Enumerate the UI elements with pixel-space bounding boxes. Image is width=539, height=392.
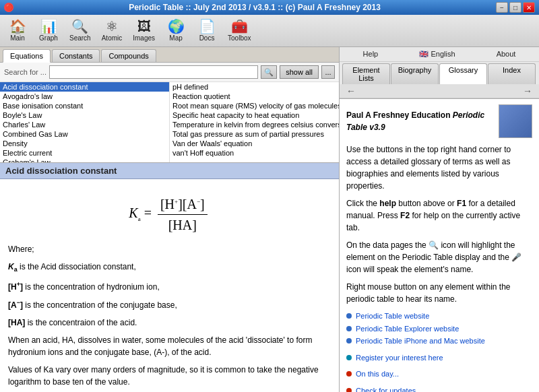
- right-nav: ← →: [340, 84, 539, 98]
- right-panel: Help 🇬🇧 English About Element Lists Biog…: [340, 47, 539, 392]
- left-tabs: Equations Constants Compounds: [0, 47, 339, 63]
- title-bar: 🔴 Periodic Table :: July 2nd 2013 / v3.9…: [0, 0, 539, 15]
- title-bar-controls: − □ ✕: [496, 2, 535, 13]
- link-on-this-day[interactable]: On this day...: [346, 368, 532, 380]
- show-all-button[interactable]: show all: [280, 65, 319, 79]
- right-icon-text: On the data pages the 🔍 icon will highli…: [346, 239, 532, 275]
- formula-display: Ka = [H+][A−] [HA]: [129, 205, 210, 220]
- equation-list-item-right[interactable]: Temperature in kelvin from degrees celsi…: [170, 120, 339, 129]
- tab-compounds[interactable]: Compounds: [101, 49, 156, 62]
- formula-denominator: [HA]: [166, 215, 199, 235]
- tab-equations[interactable]: Equations: [3, 49, 51, 63]
- link-check-updates-text[interactable]: Check for updates...: [356, 385, 422, 393]
- equation-list-item-left[interactable]: Acid dissociation constant: [0, 82, 169, 92]
- link-pt-website[interactable]: Periodic Table website: [346, 311, 532, 322]
- equation-list-item-left[interactable]: Electric current: [0, 148, 169, 158]
- right-menu-bar: Help 🇬🇧 English About: [340, 47, 539, 62]
- where-label: Where;: [8, 243, 331, 255]
- toolbox-icon: 🧰: [231, 20, 248, 33]
- equation-list-item-left[interactable]: Boyle's Law: [0, 110, 169, 120]
- equation-list-item-right[interactable]: Van der Waals' equation: [170, 139, 339, 148]
- right-tabs: Element Lists Biography Glossary Index: [340, 62, 539, 84]
- equation-list-item-left[interactable]: Graham's Law: [0, 158, 169, 162]
- tab-element-lists[interactable]: Element Lists: [342, 63, 390, 84]
- link-pt-iphone[interactable]: Periodic Table iPhone and Mac website: [346, 335, 532, 347]
- link-pt-website-text[interactable]: Periodic Table website: [356, 311, 429, 322]
- pt-logo: [499, 104, 532, 138]
- right-click-text: Right mouse button on any element within…: [346, 281, 532, 305]
- equation-list-item-left[interactable]: Combined Gas Law: [0, 129, 169, 139]
- link-register-text[interactable]: Register your interest here: [356, 352, 443, 364]
- links-section: Periodic Table website Periodic Table Ex…: [346, 311, 532, 347]
- toolbar-main-button[interactable]: 🏠Main: [3, 17, 32, 45]
- link-on-this-day-text[interactable]: On this day...: [356, 368, 399, 380]
- menu-language[interactable]: 🇬🇧 English: [414, 48, 460, 60]
- toolbar-toolbox-button[interactable]: 🧰Toolbox: [223, 17, 255, 45]
- link-bullet-2: [346, 326, 352, 331]
- nav-right-arrow[interactable]: →: [519, 86, 536, 96]
- main-icon: 🏠: [9, 20, 26, 33]
- detail-header: Acid dissociation constant: [0, 163, 339, 179]
- formula-fraction: [H+][A−] [HA]: [158, 194, 208, 235]
- link-pt-iphone-text[interactable]: Periodic Table iPhone and Mac website: [356, 335, 485, 347]
- term-h: [H+] is the concentration of hydronium i…: [8, 280, 331, 293]
- right-title-line: Paul A Freshney Education Periodic Table…: [346, 104, 532, 138]
- detail-para2: Values of Ka vary over many orders of ma…: [8, 364, 331, 388]
- formula-numerator: [H+][A−]: [158, 194, 208, 215]
- ellipsis-button[interactable]: ...: [321, 65, 335, 79]
- equation-list-item-left[interactable]: Charles' Law: [0, 120, 169, 129]
- maximize-button[interactable]: □: [509, 2, 521, 13]
- link-pt-explorer[interactable]: Periodic Table Explorer website: [346, 323, 532, 335]
- equation-list-right: pH definedReaction quotientRoot mean squ…: [170, 82, 339, 162]
- docs-icon: 📄: [199, 20, 216, 33]
- equation-list-item-left[interactable]: Density: [0, 139, 169, 148]
- link-check-updates[interactable]: Check for updates...: [346, 385, 532, 393]
- equation-list-item-left[interactable]: Avogadro's law: [0, 92, 169, 101]
- toolbar-search-button[interactable]: 🔍Search: [65, 17, 96, 45]
- equation-list-item-right[interactable]: Specific heat capacity to heat equation: [170, 110, 339, 120]
- toolbar-atomic-button[interactable]: ⚛Atomic: [97, 17, 127, 45]
- tab-constants[interactable]: Constants: [52, 49, 100, 62]
- map-icon: 🌍: [168, 20, 185, 33]
- menu-help[interactable]: Help: [358, 48, 384, 60]
- equation-list-item-right[interactable]: Total gas pressure as sum of partial pre…: [170, 129, 339, 139]
- term-ka: Ka is the Acid dissociation constant,: [8, 261, 331, 275]
- link-bullet-register: [346, 355, 352, 360]
- search-input[interactable]: [49, 65, 258, 79]
- tab-index[interactable]: Index: [488, 63, 536, 84]
- search-label: Search for ...: [4, 68, 46, 76]
- menu-about[interactable]: About: [491, 48, 521, 60]
- toolbar-docs-button[interactable]: 📄Docs: [192, 17, 222, 45]
- main-content: Equations Constants Compounds Search for…: [0, 47, 539, 392]
- link-pt-explorer-text[interactable]: Periodic Table Explorer website: [356, 323, 459, 335]
- equation-list-item-right[interactable]: van't Hoff equation: [170, 148, 339, 158]
- title-bar-left: 🔴: [4, 3, 13, 12]
- link-bullet-day: [346, 371, 352, 377]
- link-bullet-updates: [346, 388, 352, 392]
- atomic-icon: ⚛: [106, 20, 118, 33]
- tab-glossary[interactable]: Glossary: [439, 63, 487, 84]
- equation-list-item-right[interactable]: Root mean square (RMS) velocity of gas m…: [170, 101, 339, 110]
- link-register[interactable]: Register your interest here: [346, 352, 532, 364]
- search-go-button[interactable]: 🔍: [261, 65, 277, 79]
- nav-left-arrow[interactable]: ←: [342, 86, 360, 96]
- toolbar-map-button[interactable]: 🌍Map: [161, 17, 191, 45]
- equation-list-item-right[interactable]: pH defined: [170, 82, 339, 92]
- detail-content: Ka = [H+][A−] [HA] Where; Ka is the Acid…: [0, 179, 339, 392]
- equation-list-item-right[interactable]: Reaction quotient: [170, 92, 339, 101]
- link-bullet-1: [346, 313, 352, 319]
- equation-list-item-left[interactable]: Base ionisation constant: [0, 101, 169, 110]
- right-intro: Use the buttons in the top right hand co…: [346, 143, 532, 192]
- app-icon: 🔴: [4, 3, 13, 12]
- close-button[interactable]: ✕: [523, 2, 535, 13]
- tab-biography[interactable]: Biography: [391, 63, 439, 84]
- detail-para1: When an acid, HA, dissolves in water, so…: [8, 334, 331, 358]
- toolbar-images-button[interactable]: 🖼Images: [128, 17, 160, 45]
- toolbar-graph-button[interactable]: 📊Graph: [34, 17, 63, 45]
- toolbar: 🏠Main📊Graph🔍Search⚛Atomic🖼Images🌍Map📄Doc…: [0, 15, 539, 47]
- right-title-prefix: Paul A Freshney Education Periodic Table…: [346, 109, 495, 133]
- search-icon: 🔍: [71, 20, 88, 33]
- minimize-button[interactable]: −: [496, 2, 508, 13]
- check-updates-section: Check for updates...: [346, 385, 532, 393]
- graph-icon: 📊: [40, 20, 57, 33]
